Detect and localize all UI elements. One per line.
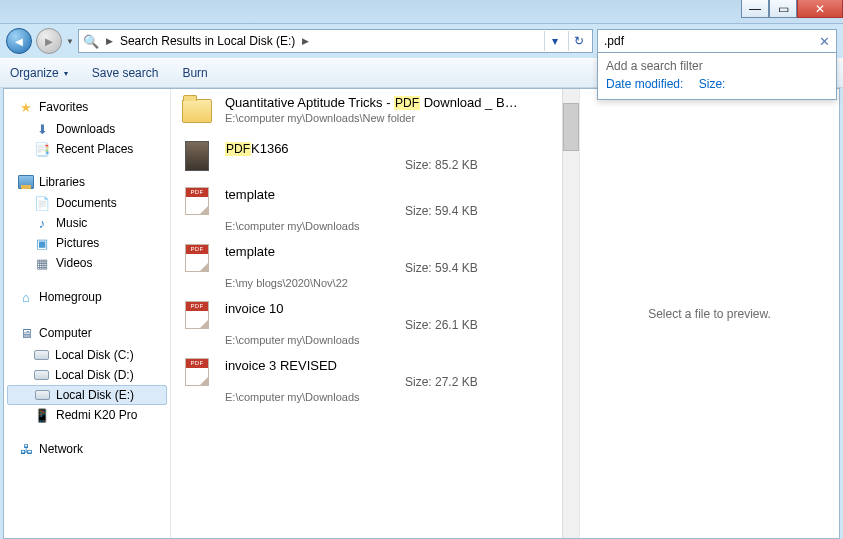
nav-music[interactable]: ♪Music bbox=[4, 213, 170, 233]
result-size: Size: 59.4 KB bbox=[405, 261, 478, 275]
filter-size[interactable]: Size: bbox=[699, 77, 726, 91]
pdf-icon bbox=[181, 358, 213, 392]
burn-button[interactable]: Burn bbox=[182, 66, 207, 80]
window-maximize-button[interactable]: ▭ bbox=[769, 0, 797, 18]
libraries-icon bbox=[18, 175, 34, 189]
nav-drive-c[interactable]: Local Disk (C:) bbox=[4, 345, 170, 365]
result-title: invoice 3 REVISED bbox=[225, 358, 552, 373]
pdf-icon bbox=[181, 244, 213, 278]
drive-icon bbox=[34, 350, 49, 360]
search-filter-popup: Add a search filter Date modified: Size: bbox=[597, 53, 837, 100]
pictures-icon: ▣ bbox=[34, 235, 50, 251]
computer-icon: 🖥 bbox=[18, 325, 34, 341]
result-row[interactable]: invoice 10Size: 26.1 KBE:\computer my\Do… bbox=[171, 295, 562, 350]
result-title: invoice 10 bbox=[225, 301, 552, 316]
phone-icon: 📱 bbox=[34, 407, 50, 423]
search-input[interactable] bbox=[604, 34, 815, 48]
result-size: Size: 59.4 KB bbox=[405, 204, 478, 218]
nav-drive-d[interactable]: Local Disk (D:) bbox=[4, 365, 170, 385]
downloads-icon: ⬇ bbox=[34, 121, 50, 137]
nav-videos[interactable]: ▦Videos bbox=[4, 253, 170, 273]
nav-redmi[interactable]: 📱Redmi K20 Pro bbox=[4, 405, 170, 425]
save-search-button[interactable]: Save search bbox=[92, 66, 159, 80]
history-dropdown[interactable]: ▼ bbox=[66, 37, 74, 46]
address-dropdown-button[interactable]: ▾ bbox=[544, 31, 564, 51]
result-row[interactable]: templateSize: 59.4 KBE:\my blogs\2020\No… bbox=[171, 238, 562, 293]
network-group[interactable]: 🖧Network bbox=[4, 439, 170, 461]
search-box[interactable]: ✕ bbox=[597, 29, 837, 53]
result-row[interactable]: Quantitative Aptitude Tricks - PDF Downl… bbox=[171, 89, 562, 133]
clear-search-icon[interactable]: ✕ bbox=[815, 34, 830, 49]
music-icon: ♪ bbox=[34, 215, 50, 231]
pdf-icon bbox=[181, 301, 213, 335]
computer-group[interactable]: 🖥Computer bbox=[4, 323, 170, 345]
search-filter-hint: Add a search filter bbox=[606, 59, 828, 73]
refresh-button[interactable]: ↻ bbox=[568, 31, 588, 51]
back-button[interactable]: ◄ bbox=[6, 28, 32, 54]
homegroup-group[interactable]: ⌂Homegroup bbox=[4, 287, 170, 309]
network-icon: 🖧 bbox=[18, 441, 34, 457]
chevron-right-icon[interactable]: ▶ bbox=[103, 36, 116, 46]
star-icon: ★ bbox=[18, 99, 34, 115]
address-text: Search Results in Local Disk (E:) bbox=[120, 34, 295, 48]
forward-button[interactable]: ► bbox=[36, 28, 62, 54]
result-path: E:\computer my\Downloads\New folder bbox=[225, 112, 552, 124]
nav-pictures[interactable]: ▣Pictures bbox=[4, 233, 170, 253]
nav-downloads[interactable]: ⬇Downloads bbox=[4, 119, 170, 139]
img-icon bbox=[181, 141, 213, 175]
vertical-scrollbar[interactable] bbox=[562, 89, 579, 538]
homegroup-icon: ⌂ bbox=[18, 289, 34, 305]
result-title: PDFK1366 bbox=[225, 141, 552, 156]
result-path: E:\computer my\Downloads bbox=[225, 220, 552, 232]
result-title: Quantitative Aptitude Tricks - PDF Downl… bbox=[225, 95, 552, 110]
window-minimize-button[interactable]: — bbox=[741, 0, 769, 18]
recent-icon: 📑 bbox=[34, 141, 50, 157]
libraries-group[interactable]: Libraries bbox=[4, 173, 170, 193]
search-location-icon: 🔍 bbox=[83, 33, 99, 49]
videos-icon: ▦ bbox=[34, 255, 50, 271]
nav-drive-e[interactable]: Local Disk (E:) bbox=[7, 385, 167, 405]
preview-pane: Select a file to preview. bbox=[579, 89, 839, 538]
filter-date-modified[interactable]: Date modified: bbox=[606, 77, 683, 91]
result-row[interactable]: templateSize: 59.4 KBE:\computer my\Down… bbox=[171, 181, 562, 236]
titlebar: — ▭ ✕ bbox=[0, 0, 843, 24]
result-row[interactable]: invoice 3 REVISEDSize: 27.2 KBE:\compute… bbox=[171, 352, 562, 407]
window-close-button[interactable]: ✕ bbox=[797, 0, 843, 18]
pdf-icon bbox=[181, 187, 213, 221]
result-path: E:\my blogs\2020\Nov\22 bbox=[225, 277, 552, 289]
result-path: E:\computer my\Downloads bbox=[225, 334, 552, 346]
address-bar[interactable]: 🔍 ▶ Search Results in Local Disk (E:) ▶ … bbox=[78, 29, 593, 53]
result-row[interactable]: PDFK1366Size: 85.2 KB bbox=[171, 135, 562, 179]
documents-icon: 📄 bbox=[34, 195, 50, 211]
chevron-right-icon[interactable]: ▶ bbox=[299, 36, 312, 46]
folder-icon bbox=[181, 95, 213, 129]
result-title: template bbox=[225, 244, 552, 259]
result-path: E:\computer my\Downloads bbox=[225, 391, 552, 403]
result-size: Size: 27.2 KB bbox=[405, 375, 478, 389]
drive-icon bbox=[35, 390, 50, 400]
favorites-group[interactable]: ★Favorites bbox=[4, 97, 170, 119]
drive-icon bbox=[34, 370, 49, 380]
search-results-list: Quantitative Aptitude Tricks - PDF Downl… bbox=[171, 89, 562, 538]
navigation-pane: ★Favorites ⬇Downloads 📑Recent Places Lib… bbox=[4, 89, 171, 538]
result-title: template bbox=[225, 187, 552, 202]
nav-recent-places[interactable]: 📑Recent Places bbox=[4, 139, 170, 159]
result-size: Size: 85.2 KB bbox=[405, 158, 478, 172]
navigation-bar: ◄ ► ▼ 🔍 ▶ Search Results in Local Disk (… bbox=[0, 24, 843, 58]
nav-documents[interactable]: 📄Documents bbox=[4, 193, 170, 213]
result-size: Size: 26.1 KB bbox=[405, 318, 478, 332]
organize-menu[interactable]: Organize bbox=[10, 66, 68, 80]
